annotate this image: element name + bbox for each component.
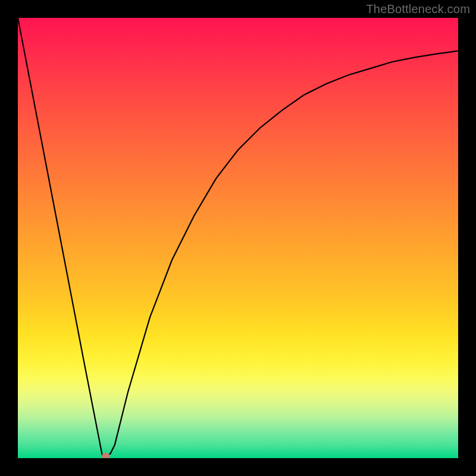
plot-area <box>18 18 458 458</box>
bottleneck-curve-line <box>18 18 458 456</box>
chart-svg <box>18 18 458 458</box>
current-config-marker <box>102 453 110 458</box>
attribution-label: TheBottleneck.com <box>366 2 470 16</box>
